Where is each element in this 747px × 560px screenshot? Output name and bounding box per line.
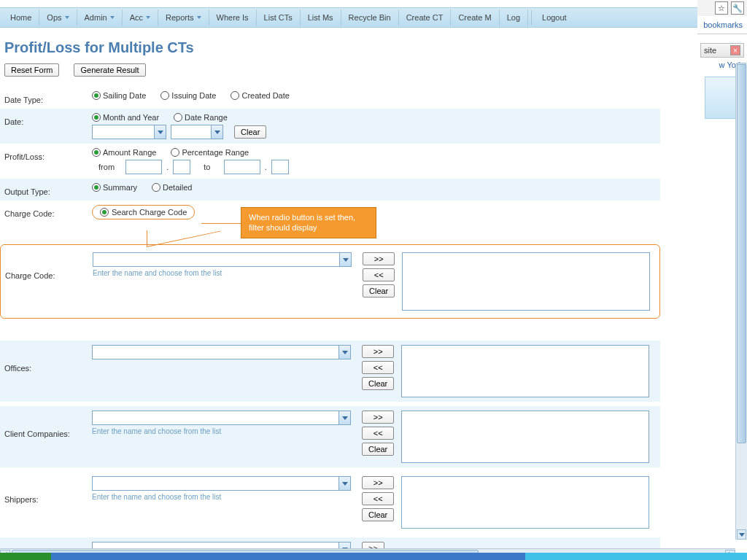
side-tab-label: site — [704, 46, 716, 55]
nav-home[interactable]: Home — [3, 9, 39, 26]
bookmarks-label[interactable]: bookmarks — [697, 16, 747, 34]
offices-clear-button[interactable]: Clear — [362, 377, 394, 390]
clients-clear-button[interactable]: Clear — [362, 443, 394, 456]
taskbar — [0, 553, 747, 560]
star-icon[interactable]: ☆ — [715, 1, 728, 15]
shippers-listbox[interactable] — [401, 476, 649, 529]
chevron-down-icon[interactable] — [338, 346, 350, 359]
offices-remove-button[interactable]: << — [362, 361, 394, 374]
scroll-thumb[interactable] — [737, 64, 746, 443]
radio-amount-range[interactable]: Amount Range — [92, 148, 156, 157]
nav-log[interactable]: Log — [500, 9, 528, 26]
amount-from-dec[interactable] — [173, 160, 190, 174]
reset-form-button[interactable]: Reset Form — [4, 63, 59, 77]
chevron-down-icon[interactable] — [338, 411, 350, 424]
radio-detailed[interactable]: Detailed — [152, 183, 192, 192]
separator — [531, 10, 532, 25]
charge-remove-button[interactable]: << — [363, 268, 395, 281]
nav-ops[interactable]: Ops — [39, 9, 77, 26]
nav-listcts[interactable]: List CTs — [257, 9, 301, 26]
nav-admin[interactable]: Admin — [77, 9, 123, 26]
nav-createct[interactable]: Create CT — [399, 9, 452, 26]
charge-code-label: Charge Code: — [4, 205, 92, 218]
generate-result-button[interactable]: Generate Result — [74, 63, 145, 77]
vertical-scrollbar[interactable] — [735, 64, 747, 540]
page-title: Profit/Loss for Multiple CTs — [4, 39, 747, 56]
charge-code-listbox[interactable] — [402, 252, 650, 311]
amount-to-dec[interactable] — [271, 160, 289, 174]
year-select[interactable] — [171, 125, 223, 139]
nav-label: List Ms — [308, 13, 333, 22]
clients-remove-button[interactable]: << — [362, 427, 394, 440]
shippers-input[interactable] — [93, 477, 338, 490]
nav-acc[interactable]: Acc — [123, 9, 158, 26]
radio-label: Issuing Date — [171, 91, 216, 100]
clients-listbox[interactable] — [401, 411, 649, 463]
radio-issuing-date[interactable]: Issuing Date — [160, 91, 216, 100]
side-tab[interactable]: site × — [700, 43, 744, 58]
nav-createm[interactable]: Create M — [451, 9, 499, 26]
hint-text: Enter the name and choose from the list — [92, 427, 355, 435]
radio-date-range[interactable]: Date Range — [174, 113, 228, 122]
radio-summary[interactable]: Summary — [92, 183, 137, 192]
radio-label: Percentage Range — [182, 148, 249, 157]
nav-label: Where Is — [217, 13, 249, 22]
wrench-icon[interactable]: 🔧 — [731, 1, 744, 15]
chevron-down-icon[interactable] — [338, 477, 350, 490]
nav-listms[interactable]: List Ms — [301, 9, 341, 26]
amount-to-int[interactable] — [224, 160, 260, 174]
clients-add-button[interactable]: >> — [362, 411, 394, 424]
radio-month-year[interactable]: Month and Year — [92, 113, 159, 122]
close-icon[interactable]: × — [730, 45, 740, 55]
callout-connector — [147, 230, 147, 246]
charge-code-combo[interactable] — [93, 252, 352, 267]
year-input[interactable] — [171, 125, 211, 139]
chevron-down-icon[interactable] — [154, 125, 166, 139]
callout-connector — [201, 223, 241, 224]
month-select[interactable] — [92, 125, 166, 139]
nav-label: Reports — [166, 13, 194, 22]
shippers-add-button[interactable]: >> — [362, 476, 394, 489]
decimal-dot: . — [166, 163, 169, 171]
chevron-down-icon[interactable] — [339, 253, 351, 266]
radio-sailing-date[interactable]: Sailing Date — [92, 91, 146, 100]
chevron-down-icon — [146, 16, 150, 19]
nav-label: Create M — [458, 13, 491, 22]
radio-icon — [152, 183, 160, 192]
shippers-clear-button[interactable]: Clear — [362, 508, 394, 521]
offices-combo[interactable] — [92, 345, 351, 359]
date-clear-button[interactable]: Clear — [234, 125, 266, 139]
radio-icon — [92, 183, 101, 192]
radio-icon — [160, 91, 169, 100]
charge-clear-button[interactable]: Clear — [363, 284, 395, 298]
chevron-down-icon[interactable] — [211, 125, 222, 139]
shippers-combo[interactable] — [92, 476, 351, 491]
charge-add-button[interactable]: >> — [363, 252, 395, 265]
browser-side-panel: ☆ 🔧 bookmarks site × w York — [697, 0, 747, 540]
radio-search-charge-code[interactable]: Search Charge Code — [92, 205, 195, 219]
scroll-down-icon[interactable] — [737, 529, 746, 540]
nav-label: Ops — [47, 13, 61, 22]
amount-from-int[interactable] — [125, 160, 162, 174]
offices-listbox[interactable] — [401, 345, 649, 397]
decimal-dot: . — [265, 163, 267, 171]
radio-created-date[interactable]: Created Date — [231, 91, 289, 100]
offices-input[interactable] — [93, 346, 338, 359]
nav-reports[interactable]: Reports — [158, 9, 209, 26]
clients-input[interactable] — [93, 411, 338, 424]
charge-code-input[interactable] — [93, 253, 339, 266]
nav-label: Create CT — [406, 13, 444, 22]
offices-add-button[interactable]: >> — [362, 345, 394, 358]
radio-icon — [92, 91, 101, 100]
chevron-down-icon — [197, 16, 201, 19]
radio-label: Created Date — [241, 91, 289, 100]
nav-whereis[interactable]: Where Is — [209, 9, 257, 26]
clients-combo[interactable] — [92, 411, 351, 425]
chevron-down-icon — [110, 16, 115, 19]
shippers-remove-button[interactable]: << — [362, 492, 394, 505]
radio-percentage-range[interactable]: Percentage Range — [171, 148, 249, 157]
nav-label: List CTs — [264, 13, 293, 22]
nav-recyclebin[interactable]: Recycle Bin — [341, 9, 399, 26]
month-input[interactable] — [93, 125, 154, 139]
nav-logout[interactable]: Logout — [535, 9, 574, 26]
